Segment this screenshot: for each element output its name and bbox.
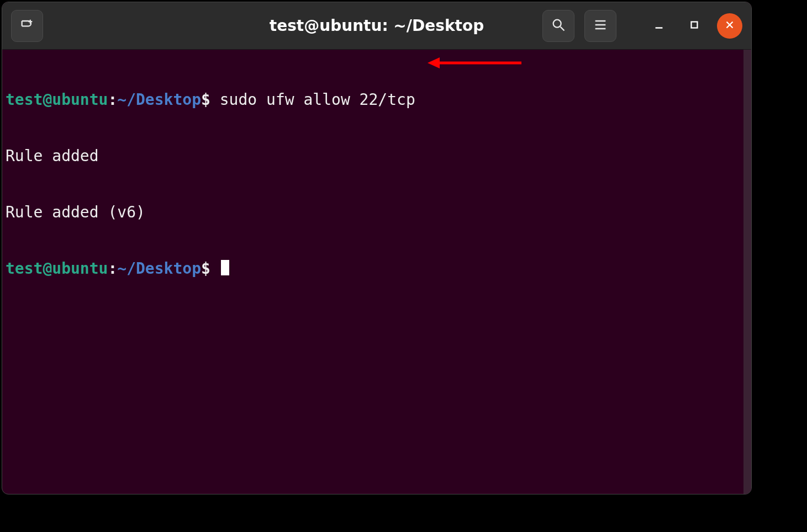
new-tab-icon xyxy=(19,17,35,35)
prompt-line-1: test@ubuntu:~/Desktop$ sudo ufw allow 22… xyxy=(6,91,748,109)
svg-rect-6 xyxy=(692,22,698,28)
cwd-path: ~/Desktop xyxy=(117,91,201,109)
close-icon xyxy=(724,19,736,33)
hamburger-icon xyxy=(593,17,608,35)
titlebar: test@ubuntu: ~/Desktop xyxy=(2,2,751,50)
output-line: Rule added (v6) xyxy=(6,203,748,222)
close-button[interactable] xyxy=(717,13,742,39)
prompt-symbol: $ xyxy=(201,91,210,109)
terminal-window: test@ubuntu: ~/Desktop xyxy=(2,2,752,494)
maximize-icon xyxy=(688,19,700,33)
user-host: test@ubuntu xyxy=(6,91,108,109)
menu-button[interactable] xyxy=(584,10,616,42)
search-icon xyxy=(551,17,566,35)
prompt-separator: : xyxy=(108,259,117,278)
minimize-icon xyxy=(653,19,665,33)
new-tab-button[interactable] xyxy=(11,10,43,42)
scrollbar[interactable] xyxy=(743,50,751,494)
terminal-body[interactable]: test@ubuntu:~/Desktop$ sudo ufw allow 22… xyxy=(2,50,751,319)
command-text: sudo ufw allow 22/tcp xyxy=(220,91,415,109)
search-button[interactable] xyxy=(542,10,574,42)
prompt-separator: : xyxy=(108,91,117,109)
prompt-line-2: test@ubuntu:~/Desktop$ xyxy=(6,259,748,278)
svg-point-0 xyxy=(553,19,561,27)
maximize-button[interactable] xyxy=(682,13,707,39)
svg-line-1 xyxy=(561,26,565,30)
prompt-symbol: $ xyxy=(201,259,210,278)
minimize-button[interactable] xyxy=(646,13,672,39)
cwd-path: ~/Desktop xyxy=(117,259,201,278)
text-cursor xyxy=(221,260,229,275)
output-line: Rule added xyxy=(6,147,748,166)
user-host: test@ubuntu xyxy=(6,259,108,278)
